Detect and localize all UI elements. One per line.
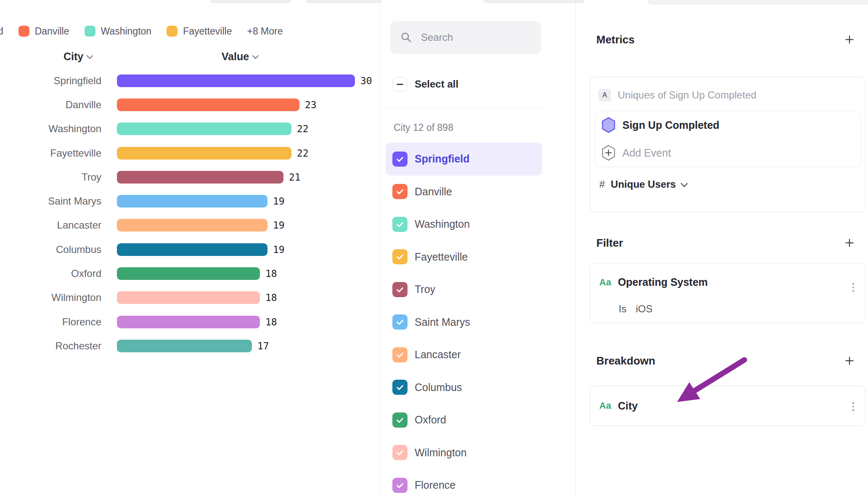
city-list-item[interactable]: Wilmington: [386, 436, 542, 469]
inspector-panel: Metrics A Uniques of Sign Up Completed S…: [576, 0, 868, 495]
bar-rows: Springfield 30 Danville 23 Washington 22…: [0, 69, 379, 358]
city-list-item[interactable]: Fayetteville: [386, 241, 542, 274]
city-label: Fayetteville: [415, 251, 468, 263]
metrics-section-header: Metrics: [596, 32, 855, 47]
chart-legend: Springfield Danville Washington Fayettev…: [0, 22, 377, 40]
metrics-title: Metrics: [596, 33, 635, 46]
bar[interactable]: [117, 267, 260, 280]
column-header-city[interactable]: City: [46, 51, 109, 63]
city-checkbox[interactable]: [392, 445, 408, 460]
city-label: Wilmington: [415, 447, 467, 459]
select-all-row[interactable]: Select all: [393, 77, 458, 91]
bar-category-label: Rochester: [0, 340, 101, 352]
city-count-label: City 12 of 898: [394, 122, 453, 133]
bar-value-label: 21: [289, 172, 301, 183]
bar-row: Springfield 30: [0, 69, 379, 93]
legend-label: Fayetteville: [183, 26, 232, 37]
measure-label: Unique Users: [611, 178, 676, 190]
checkmark-icon: [395, 350, 405, 359]
legend-more-button[interactable]: +8 More: [247, 26, 283, 37]
city-list-item[interactable]: Troy: [386, 273, 542, 306]
bar-value-label: 19: [273, 220, 285, 231]
city-list-item[interactable]: Danville: [386, 176, 542, 208]
breakdown-property-row[interactable]: Aa City: [599, 386, 638, 426]
add-event-row[interactable]: Add Event: [595, 139, 860, 167]
bar-category-label: Washington: [0, 123, 101, 135]
checkmark-icon: [395, 317, 405, 327]
bar-row: Florence 18: [0, 310, 379, 334]
cutoff-tabbar: [648, 0, 868, 4]
metric-letter-badge: A: [598, 89, 611, 101]
indeterminate-minus-icon: [397, 84, 403, 85]
city-checkbox[interactable]: [392, 314, 408, 330]
search-input[interactable]: [420, 31, 527, 44]
select-all-checkbox[interactable]: [393, 77, 407, 91]
bar-row: Rochester 17: [0, 334, 379, 358]
city-list: Springfield Danville Washington Fayettev…: [386, 143, 542, 495]
city-checkbox[interactable]: [392, 478, 408, 493]
city-list-item[interactable]: Oxford: [386, 404, 542, 436]
bar[interactable]: [117, 122, 291, 135]
city-checkbox[interactable]: [392, 152, 408, 167]
measure-selector[interactable]: # Unique Users: [599, 176, 687, 193]
bar-row: Fayetteville 22: [0, 141, 379, 165]
city-header-label: City: [64, 51, 83, 63]
city-checkbox[interactable]: [392, 282, 408, 297]
city-list-item[interactable]: Columbus: [386, 371, 542, 404]
filter-kebab-menu[interactable]: [852, 283, 855, 292]
bar-category-label: Saint Marys: [0, 195, 101, 207]
legend-label: Danville: [35, 26, 69, 37]
bar[interactable]: [117, 147, 291, 160]
bar-category-label: Danville: [0, 99, 101, 111]
city-checkbox[interactable]: [392, 249, 408, 264]
bar-value-label: 19: [273, 244, 285, 255]
city-list-item[interactable]: Lancaster: [386, 338, 542, 371]
bar[interactable]: [117, 243, 267, 256]
legend-item: Springfield: [0, 26, 3, 37]
bar[interactable]: [117, 219, 267, 232]
city-list-item[interactable]: Washington: [386, 208, 542, 241]
bar-category-label: Florence: [0, 316, 101, 328]
string-type-icon: Aa: [599, 400, 611, 411]
metric-card: A Uniques of Sign Up Completed Sign Up C…: [590, 77, 865, 212]
bar[interactable]: [117, 195, 267, 208]
bar[interactable]: [117, 291, 260, 304]
bar[interactable]: [117, 171, 283, 184]
add-filter-button[interactable]: [844, 237, 855, 249]
search-box[interactable]: [390, 21, 541, 54]
add-breakdown-button[interactable]: [844, 355, 855, 367]
legend-item: Danville: [19, 26, 69, 37]
bar[interactable]: [117, 98, 299, 111]
city-list-item[interactable]: Florence: [386, 469, 542, 495]
bar[interactable]: [117, 316, 260, 328]
breakdown-kebab-menu[interactable]: [852, 402, 855, 411]
event-row[interactable]: Sign Up Completed: [595, 111, 860, 139]
filter-property-row[interactable]: Aa Operating System: [599, 276, 708, 288]
bar-value-label: 22: [297, 148, 309, 159]
city-checkbox[interactable]: [392, 380, 408, 395]
city-checkbox[interactable]: [392, 412, 408, 428]
column-header-value[interactable]: Value: [202, 51, 278, 63]
metric-summary-label: Uniques of Sign Up Completed: [618, 89, 757, 101]
city-list-item[interactable]: Saint Marys: [386, 306, 542, 339]
bar-value-label: 30: [360, 75, 372, 86]
checkmark-icon: [395, 154, 405, 164]
legend-item: Washington: [85, 26, 152, 37]
city-checkbox[interactable]: [392, 347, 408, 362]
filter-condition-row[interactable]: Is iOS: [619, 303, 653, 315]
city-checkbox[interactable]: [392, 217, 408, 232]
legend-label: Springfield: [0, 26, 3, 37]
bar[interactable]: [117, 340, 252, 352]
legend-swatch: [85, 26, 95, 37]
checkmark-icon: [395, 448, 405, 457]
bar[interactable]: [117, 75, 355, 87]
filter-property-name: Operating System: [618, 276, 708, 288]
bar-chart-panel: Springfield Danville Washington Fayettev…: [0, 0, 380, 495]
city-list-item[interactable]: Springfield: [386, 143, 542, 176]
add-metric-button[interactable]: [844, 34, 855, 45]
city-checkbox[interactable]: [392, 184, 408, 199]
add-event-hexagon-icon: [601, 145, 616, 161]
tab-separator: [803, 0, 803, 4]
bar-row: Wilmington 18: [0, 286, 379, 310]
bar-category-label: Lancaster: [0, 219, 101, 231]
